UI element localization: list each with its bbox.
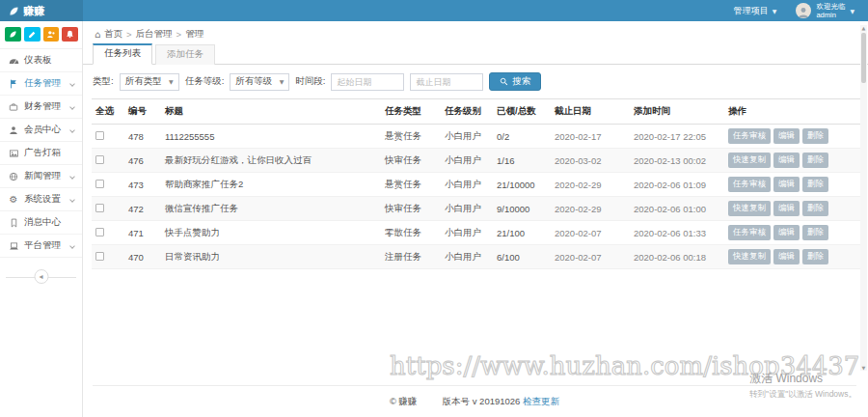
end-date-input[interactable] (410, 73, 483, 91)
cell-created: 2020-02-06 01:09 (630, 173, 724, 197)
row-checkbox[interactable] (95, 252, 104, 261)
tab-add-task[interactable]: 添加任务 (155, 44, 215, 65)
cell-deadline: 2020-03-02 (551, 149, 630, 173)
delete-button[interactable]: 删除 (802, 201, 828, 216)
footer-copyright: © 赚赚 (390, 396, 418, 408)
tab-task-list[interactable]: 任务列表 (93, 43, 152, 65)
edit-button[interactable]: 编辑 (773, 128, 800, 144)
edit-button[interactable]: 编辑 (773, 177, 800, 192)
chevron-down-icon (69, 174, 75, 180)
delete-button[interactable]: 删除 (802, 249, 828, 264)
cell-progress: 21/10000 (493, 173, 551, 197)
home-quick-button[interactable] (5, 27, 21, 42)
windows-activation-subtitle: 转到"设置"以激活 Windows。 (749, 389, 856, 401)
cell-type: 悬赏任务 (381, 173, 441, 197)
sidebar-item-ads[interactable]: 广告灯箱 (0, 142, 82, 165)
search-button[interactable]: 搜索 (489, 72, 541, 91)
edit-button[interactable]: 编辑 (773, 225, 800, 240)
copy-button[interactable]: 快速复制 (728, 249, 771, 264)
search-icon (500, 77, 508, 86)
cell-progress: 6/100 (493, 245, 551, 269)
vertical-scrollbar[interactable]: ▲ ▼ (860, 25, 867, 371)
check-update-link[interactable]: 检查更新 (523, 396, 559, 406)
cell-progress: 9/10000 (493, 197, 551, 221)
task-table: 全选 编号 标题 任务类型 任务级别 已领/总数 截止日期 添加时间 操作 47… (92, 98, 861, 269)
windows-activation-watermark: 激活 Windows 转到"设置"以激活 Windows。 (749, 371, 856, 401)
delete-button[interactable]: 删除 (802, 177, 828, 192)
sidebar-item-label: 广告灯箱 (24, 147, 76, 159)
users-quick-button[interactable] (43, 27, 60, 42)
header-level: 任务级别 (441, 99, 493, 125)
sidebar-collapse-button[interactable]: ◂ (34, 269, 48, 284)
app-logo[interactable]: 赚赚 (0, 0, 83, 21)
cell-id: 472 (124, 197, 161, 221)
sidebar-item-tasks[interactable]: 任务管理 (0, 72, 82, 96)
level-filter-select[interactable]: 所有等级 ▼ (230, 73, 289, 91)
cell-title: 日常资讯助力 (161, 245, 381, 269)
type-filter-select[interactable]: 所有类型 ▼ (120, 73, 179, 91)
chevron-left-icon: ◂ (39, 272, 42, 281)
review-button[interactable]: 任务审核 (728, 128, 771, 144)
cell-deadline: 2020-02-07 (551, 245, 630, 269)
sidebar-item-label: 仪表板 (24, 54, 76, 67)
project-dropdown[interactable]: 管理项目 ▼ (728, 0, 783, 21)
cell-type: 悬赏任务 (381, 125, 441, 149)
sidebar-item-finance[interactable]: 财务管理 (0, 96, 82, 119)
scrollbar-thumb[interactable] (861, 33, 866, 83)
copy-button[interactable]: 快速复制 (728, 153, 771, 168)
topbar: 赚赚 管理项目 ▼ 欢迎光临 admin ▼ (0, 0, 868, 21)
delete-button[interactable]: 删除 (802, 225, 828, 240)
review-button[interactable]: 任务审核 (728, 225, 771, 240)
edit-button[interactable]: 编辑 (773, 153, 800, 168)
row-checkbox[interactable] (95, 155, 104, 164)
cell-id: 473 (124, 173, 161, 197)
scroll-down-icon[interactable]: ▼ (862, 365, 866, 371)
table-row: 470 日常资讯助力 注册任务 小白用户 6/100 2020-02-07 20… (92, 245, 861, 269)
bell-quick-button[interactable] (62, 27, 78, 42)
sidebar-item-label: 会员中心 (24, 124, 66, 136)
breadcrumb-home[interactable]: 首页 (104, 28, 122, 41)
table-header-row: 全选 编号 标题 任务类型 任务级别 已领/总数 截止日期 添加时间 操作 (92, 99, 861, 125)
home-icon: ⌂ (95, 29, 100, 40)
row-checkbox[interactable] (95, 131, 104, 140)
type-filter-value: 所有类型 (125, 75, 162, 88)
delete-button[interactable]: 删除 (802, 128, 828, 144)
user-menu[interactable]: 欢迎光临 admin ▼ (792, 0, 858, 21)
cell-type: 快审任务 (381, 149, 441, 173)
header-deadline: 截止日期 (551, 99, 630, 125)
copy-button[interactable]: 快速复制 (728, 201, 771, 216)
table-row: 473 帮助商家推广任务2 悬赏任务 小白用户 21/10000 2020-02… (92, 173, 861, 197)
chevron-down-icon (69, 197, 75, 203)
sidebar-collapse-row: ◂ (0, 269, 82, 285)
cell-type: 注册任务 (381, 245, 441, 269)
row-checkbox[interactable] (95, 204, 104, 212)
delete-button[interactable]: 删除 (802, 153, 828, 168)
cell-created: 2020-02-17 22:05 (630, 125, 724, 149)
cell-created: 2020-02-06 00:18 (630, 245, 724, 269)
sidebar-item-dashboard[interactable]: 仪表板 (0, 49, 82, 72)
cell-type: 快审任务 (381, 197, 441, 221)
start-date-input[interactable] (331, 73, 404, 91)
sidebar-item-news[interactable]: 新闻管理 (0, 165, 82, 188)
type-filter-label: 类型: (93, 75, 114, 88)
sidebar-item-messages[interactable]: 消息中心 (0, 211, 82, 235)
sidebar-item-settings[interactable]: ⚙ 系统设置 (0, 188, 82, 211)
cell-type: 零散任务 (381, 221, 441, 245)
edit-button[interactable]: 编辑 (773, 249, 800, 264)
sidebar-item-members[interactable]: 会员中心 (0, 119, 82, 142)
sidebar-item-platform[interactable]: 平台管理 (0, 235, 82, 258)
review-button[interactable]: 任务审核 (728, 177, 771, 192)
row-checkbox[interactable] (95, 180, 104, 188)
edit-button[interactable]: 编辑 (773, 201, 800, 216)
chevron-down-icon (69, 243, 75, 249)
cell-progress: 0/2 (493, 125, 551, 149)
sidebar-item-label: 消息中心 (24, 216, 76, 229)
cell-title: 微信宣传推广任务 (161, 197, 381, 221)
edit-quick-button[interactable] (24, 27, 41, 42)
tab-bar: 任务列表 添加任务 (83, 45, 868, 65)
breadcrumb-level1[interactable]: 后台管理 (136, 28, 173, 41)
row-checkbox[interactable] (95, 228, 104, 236)
cell-progress: 21/100 (493, 221, 551, 245)
scroll-up-icon[interactable]: ▲ (862, 25, 866, 31)
header-select-all[interactable]: 全选 (92, 99, 124, 125)
